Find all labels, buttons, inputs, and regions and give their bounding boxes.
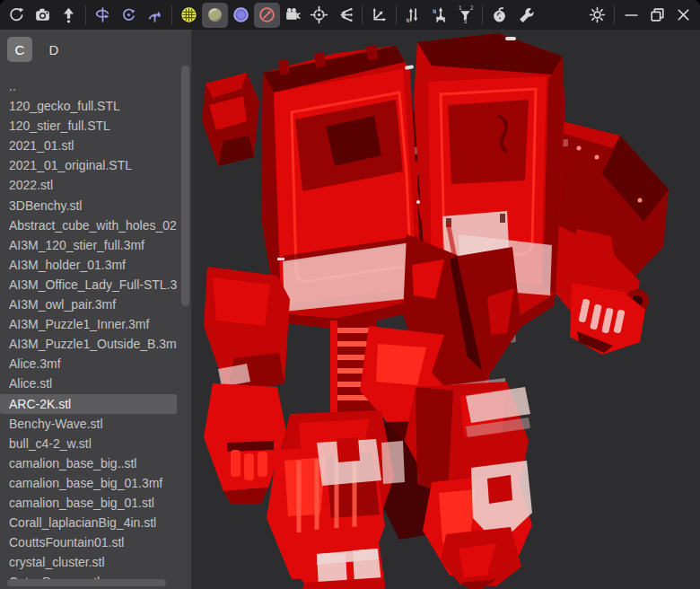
mech-left-leg [267,410,405,589]
file-list-item[interactable]: camalion_base_big_01.stl [0,493,177,513]
file-list-item[interactable]: camalion_base_big..stl [0,453,177,473]
toolbar-separator [85,5,86,25]
material-smooth-button[interactable] [228,3,254,28]
video-camera-icon [284,5,302,24]
mech-left-shoulder [202,73,259,166]
snapshot-button[interactable] [30,3,56,28]
sort-updown-icon: N [404,5,423,24]
axes-icon [370,5,389,24]
axes-button[interactable] [366,3,392,28]
file-list-item[interactable]: AI3M_holder_01.3mf [0,255,177,275]
restore-icon [648,5,667,24]
bomb-info-icon [490,5,509,24]
sun-theme-icon [588,5,607,24]
material-mesh-button[interactable] [176,3,202,28]
sort-unsorted-button[interactable]: N [426,3,452,28]
toolbar-separator [614,5,615,25]
show-normals-button[interactable] [332,3,358,28]
drive-tab[interactable]: D [41,37,66,62]
wrench-settings-icon [516,5,535,24]
material-solid-button[interactable] [202,3,228,28]
settings-button[interactable] [512,3,538,28]
file-list-item[interactable]: AI3M_Puzzle1_Inner.3mf [0,314,177,334]
center-target-icon [310,5,328,24]
sort-asterisk-icon: N [430,5,449,24]
maximize-button[interactable] [644,3,670,28]
camera-snapshot-icon [33,5,52,24]
rotate-y-axis-icon [93,5,112,24]
svg-text:N: N [433,8,436,14]
mech-left-missile-pod [261,45,423,330]
theme-toggle-button[interactable] [584,3,610,28]
camera-view-button[interactable] [280,3,306,28]
svg-text:1: 1 [459,5,462,11]
close-button[interactable] [670,3,696,28]
close-icon [674,5,693,24]
minimize-icon [622,5,641,24]
export-button[interactable] [56,3,82,28]
svg-text:2: 2 [470,5,474,11]
sort-name-button[interactable]: N [400,3,426,28]
file-list-item[interactable]: AI3M_Puzzle1_Outside_B.3mf [0,334,177,354]
refresh-icon [7,5,26,24]
file-list-item[interactable]: camalion_base_big_01.3mf [0,473,177,493]
file-list-item[interactable]: Alice.stl [0,374,177,393]
file-list-item[interactable]: 120_gecko_full.STL [0,96,177,116]
file-list-item[interactable]: Alice.3mf [0,354,177,374]
file-list-item[interactable]: CouttsFountain01.stl [0,532,177,552]
solid-sphere-icon [206,5,224,24]
normals-icon [336,5,354,24]
rotate-up-icon [145,5,164,24]
file-list-item[interactable]: crystal_cluster.stl [0,552,177,572]
rotate-y-button[interactable] [90,3,116,28]
file-list-item[interactable]: Abstract_cube_with_holes_02.STL [0,215,177,235]
model-render [191,30,700,589]
file-list-item[interactable]: AI3M_Office_Lady_Full-STL.3mf [0,275,177,294]
toolbar-separator [362,5,363,25]
rotate-up-button[interactable] [142,3,168,28]
vertical-scrollbar-thumb[interactable] [181,66,189,306]
drive-tabs: CD [0,30,191,69]
toolbar-separator [396,5,397,25]
file-list-item[interactable]: ARC-2K.stl [0,394,177,414]
model-viewport[interactable] [191,30,700,589]
rotate-view-button[interactable] [116,3,142,28]
file-list-item[interactable]: 2021_01.stl [0,136,177,155]
file-list-item[interactable]: 2022.stl [0,175,177,195]
file-list-item[interactable]: Corall_laplacianBig_4in.stl [0,513,177,532]
sort-numeric-button[interactable]: 1 2 3 [452,3,478,28]
svg-text:3: 3 [463,18,467,24]
file-list-item[interactable]: Cute_Dragon.stl [0,572,177,579]
file-list-item[interactable]: bull_c4-2_w.stl [0,434,177,453]
rotate-view-icon [119,5,138,24]
toolbar-separator [482,5,483,25]
file-list-item[interactable]: Benchy-Wave.stl [0,414,177,434]
file-list-item[interactable]: .. [0,76,177,96]
svg-text:N: N [407,17,410,23]
file-list-item[interactable]: AI3M_120_stier_full.3mf [0,235,177,255]
reload-button[interactable] [4,3,30,28]
horizontal-scrollbar-thumb[interactable] [7,579,166,586]
red-circle-arrow-icon [258,5,276,24]
yellow-mesh-sphere-icon [179,5,198,24]
file-list-item[interactable]: 3DBenchy.stl [0,196,177,215]
toolbar: N N 1 2 3 [0,0,700,30]
center-view-button[interactable] [306,3,332,28]
sidebar: CD ..120_gecko_full.STL120_stier_full.ST… [0,30,191,589]
app-window: N N 1 2 3 [0,0,700,589]
drive-tab[interactable]: C [7,37,32,62]
mech-right-arm [547,119,669,355]
overlay-red-button[interactable] [254,3,280,28]
file-list-item[interactable]: 120_stier_full.STL [0,116,177,136]
about-button[interactable] [486,3,512,28]
export-up-icon [59,5,78,24]
toolbar-separator [171,5,172,25]
file-list: ..120_gecko_full.STL120_stier_full.STL20… [0,76,191,579]
sort-numeric-icon: 1 2 3 [456,5,475,24]
mech-right-leg [405,382,532,589]
file-list-item[interactable]: AI3M_owl_pair.3mf [0,294,177,314]
file-list-item[interactable]: 2021_01_original.STL [0,155,177,175]
minimize-button[interactable] [618,3,644,28]
blue-sphere-icon [232,5,250,24]
